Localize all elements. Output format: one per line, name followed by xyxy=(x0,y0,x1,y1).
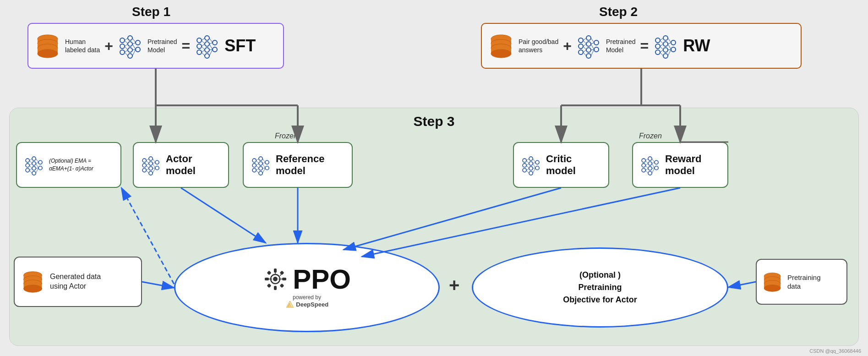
svg-point-94 xyxy=(26,159,29,162)
svg-point-82 xyxy=(671,47,676,52)
svg-line-190 xyxy=(652,162,655,163)
svg-point-182 xyxy=(655,166,658,170)
svg-point-139 xyxy=(259,166,262,170)
svg-point-154 xyxy=(523,159,526,162)
svg-point-138 xyxy=(259,161,262,165)
svg-rect-203 xyxy=(280,284,284,288)
svg-line-37 xyxy=(202,40,205,44)
svg-point-181 xyxy=(655,160,658,164)
nn-icon-reward xyxy=(640,155,661,175)
ppo-inner: PPO xyxy=(263,266,351,293)
svg-point-140 xyxy=(259,171,262,175)
svg-line-132 xyxy=(153,168,155,168)
svg-line-144 xyxy=(256,160,259,164)
step2-data-label: Pair good/bad answers xyxy=(519,38,558,54)
svg-line-87 xyxy=(660,50,663,52)
ppo-ellipse: PPO powered by DeepSpeed xyxy=(174,243,440,332)
svg-point-176 xyxy=(642,168,645,172)
step1-model-label: Pretrained Model xyxy=(147,38,177,54)
reward-label: Reward model xyxy=(665,153,701,177)
svg-point-77 xyxy=(663,36,668,40)
svg-point-178 xyxy=(648,161,652,165)
svg-line-103 xyxy=(29,159,32,160)
svg-line-43 xyxy=(209,43,213,44)
svg-point-136 xyxy=(252,168,256,172)
svg-line-129 xyxy=(153,159,155,162)
svg-point-121 xyxy=(155,160,159,164)
svg-line-146 xyxy=(256,165,259,168)
ppo-powered-by: powered by DeepSpeed xyxy=(285,294,328,310)
svg-point-61 xyxy=(594,40,599,45)
main-container: Step 1 Step 2 Human labeled data + xyxy=(0,0,868,356)
svg-line-185 xyxy=(645,163,648,165)
svg-line-69 xyxy=(591,38,594,43)
svg-line-186 xyxy=(645,165,648,168)
svg-point-135 xyxy=(252,163,256,167)
svg-point-34 xyxy=(213,40,217,45)
svg-point-8 xyxy=(120,44,125,49)
svg-line-64 xyxy=(583,40,586,44)
svg-line-70 xyxy=(591,43,594,44)
svg-line-20 xyxy=(125,50,128,52)
pretraining-data-box: Pretraining data xyxy=(756,259,847,305)
svg-point-95 xyxy=(26,163,29,167)
svg-line-143 xyxy=(256,159,259,160)
plus-sign-1: + xyxy=(104,38,113,55)
svg-line-172 xyxy=(533,168,535,168)
svg-line-170 xyxy=(533,162,535,163)
svg-line-167 xyxy=(526,168,529,170)
db-icon-pretraining xyxy=(762,272,783,292)
ema-text: (Optional) EMA = αEMA+(1- α)Actor xyxy=(49,157,93,173)
svg-line-108 xyxy=(29,170,32,173)
svg-point-141 xyxy=(265,160,269,164)
watermark: CSDN @qq_36068446 xyxy=(809,348,861,354)
svg-line-163 xyxy=(526,159,529,160)
ema-box: (Optional) EMA = αEMA+(1- α)Actor xyxy=(16,142,121,188)
svg-point-76 xyxy=(655,50,660,55)
generated-data-box: Generated data using Actor xyxy=(14,257,142,307)
svg-line-148 xyxy=(256,170,259,173)
svg-line-42 xyxy=(209,38,213,43)
svg-line-169 xyxy=(533,159,535,162)
svg-line-38 xyxy=(202,44,205,46)
svg-line-17 xyxy=(125,40,128,44)
svg-line-107 xyxy=(29,168,32,170)
svg-line-86 xyxy=(660,46,663,50)
svg-line-191 xyxy=(652,163,655,168)
svg-line-110 xyxy=(36,162,38,163)
svg-rect-197 xyxy=(274,286,277,290)
svg-point-53 xyxy=(491,49,511,58)
svg-line-147 xyxy=(256,168,259,170)
svg-line-26 xyxy=(132,49,136,56)
svg-point-31 xyxy=(205,42,209,46)
svg-line-73 xyxy=(591,49,594,56)
svg-point-174 xyxy=(642,159,645,162)
svg-point-81 xyxy=(671,40,676,45)
svg-rect-198 xyxy=(265,278,269,280)
svg-point-118 xyxy=(149,161,153,165)
step2-label: Step 2 xyxy=(550,5,687,19)
svg-line-23 xyxy=(132,43,136,44)
svg-point-28 xyxy=(197,44,202,49)
svg-line-19 xyxy=(125,46,128,50)
svg-line-68 xyxy=(583,52,586,56)
step1-data-label: Human labeled data xyxy=(65,38,100,54)
nn-icon-critic xyxy=(521,155,541,175)
svg-point-11 xyxy=(128,42,132,46)
svg-line-165 xyxy=(526,163,529,165)
nn-icon-actor xyxy=(141,155,161,175)
svg-point-115 xyxy=(142,163,146,167)
svg-point-117 xyxy=(149,157,153,160)
svg-point-59 xyxy=(586,48,591,52)
svg-point-62 xyxy=(594,47,599,52)
svg-point-7 xyxy=(120,38,125,43)
svg-line-151 xyxy=(262,163,265,168)
nn-icon-step1 xyxy=(118,33,143,59)
nn-icon-rw xyxy=(653,33,678,59)
svg-point-195 xyxy=(273,277,278,281)
svg-line-188 xyxy=(645,170,648,173)
svg-point-33 xyxy=(205,54,209,58)
nn-icon-reference xyxy=(251,155,271,175)
svg-point-224 xyxy=(764,285,781,291)
svg-point-97 xyxy=(32,157,36,160)
